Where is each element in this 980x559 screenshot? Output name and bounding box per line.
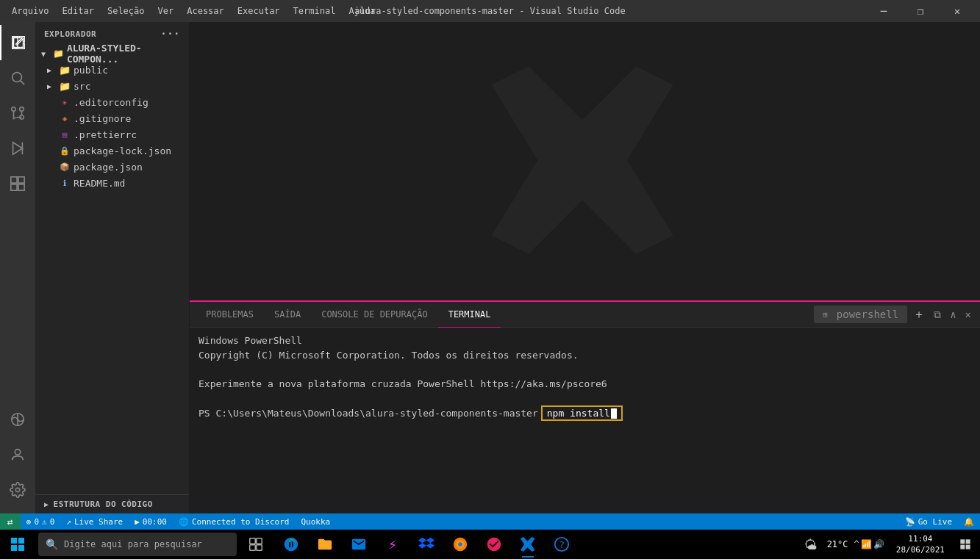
golive-label: Go Live bbox=[918, 517, 952, 527]
status-quokka[interactable]: Quokka bbox=[295, 513, 336, 530]
activity-settings[interactable] bbox=[0, 472, 35, 508]
error-count: 0 bbox=[34, 517, 39, 527]
svg-point-5 bbox=[20, 107, 24, 112]
tab-terminal[interactable]: TERMINAL bbox=[438, 302, 501, 328]
terminal-content[interactable]: Windows PowerShell Copyright (C) Microso… bbox=[190, 328, 980, 513]
svg-line-2 bbox=[21, 81, 24, 84]
start-button[interactable] bbox=[0, 530, 35, 559]
svg-point-1 bbox=[12, 73, 22, 82]
status-golive[interactable]: 📡 Go Live bbox=[899, 513, 958, 530]
activity-source-control[interactable] bbox=[0, 95, 35, 131]
volume-icon[interactable]: 🔊 bbox=[873, 539, 884, 549]
activity-remote[interactable] bbox=[0, 402, 35, 437]
activity-extensions[interactable] bbox=[0, 166, 35, 201]
tree-item-label: .prettierrc bbox=[74, 129, 137, 140]
run-timer: 00:00 bbox=[143, 517, 167, 527]
error-icon: ⊗ bbox=[26, 517, 32, 527]
sidebar-more-icon[interactable]: ··· bbox=[160, 28, 180, 40]
taskbar-explorer[interactable] bbox=[309, 530, 341, 559]
editor-area bbox=[190, 22, 980, 300]
menu-ver[interactable]: Ver bbox=[152, 3, 180, 19]
status-run-timer[interactable]: ▶ 00:00 bbox=[129, 513, 173, 530]
folder-arrow-icon: ▼ bbox=[41, 50, 52, 58]
code-structure-label: ESTRUTURA DO CÓDIGO bbox=[54, 500, 153, 509]
tree-item-prettierrc[interactable]: ▶ ▤ .prettierrc bbox=[35, 126, 189, 143]
svg-rect-24 bbox=[257, 545, 262, 551]
sidebar-title: Explorador bbox=[44, 29, 96, 39]
split-terminal-button[interactable]: ⧉ bbox=[931, 307, 944, 322]
taskbar-mail[interactable] bbox=[343, 530, 375, 559]
status-bell[interactable]: 🔔 bbox=[958, 513, 980, 530]
bottom-panel: PROBLEMAS SAÍDA CONSOLE DE DEPURAÇÃO TER… bbox=[190, 300, 980, 513]
menu-arquivo[interactable]: Arquivo bbox=[6, 3, 55, 19]
tab-problemas[interactable]: PROBLEMAS bbox=[196, 302, 264, 328]
quokka-label: Quokka bbox=[301, 517, 330, 527]
liveshare-icon: ↗ bbox=[66, 517, 71, 527]
clock-date: 28/06/2021 bbox=[896, 544, 945, 555]
notification-button[interactable] bbox=[954, 530, 977, 559]
menu-editar[interactable]: Editar bbox=[57, 3, 100, 19]
systray-icons: ^ 📶 🔊 bbox=[854, 539, 884, 549]
tree-root-folder[interactable]: ▼ 📁 ALURA-STYLED-COMPON... bbox=[35, 46, 189, 62]
clock[interactable]: 11:04 28/06/2021 bbox=[890, 533, 951, 556]
taskbar-vscode[interactable] bbox=[512, 530, 544, 559]
tree-item-package-json[interactable]: ▶ 📦 package.json bbox=[35, 159, 189, 175]
activity-run[interactable] bbox=[0, 131, 35, 166]
menu-selecao[interactable]: Seleção bbox=[101, 3, 151, 19]
close-panel-button[interactable]: ✕ bbox=[962, 307, 974, 322]
tab-console-depuracao[interactable]: CONSOLE DE DEPURAÇÃO bbox=[311, 302, 438, 328]
prompt-prefix: PS C:\Users\Mateus\Downloads\alura-style… bbox=[198, 408, 538, 419]
no-arrow: ▶ bbox=[47, 163, 59, 171]
search-icon: 🔍 bbox=[46, 538, 58, 550]
tree-item-readme[interactable]: ▶ ℹ README.md bbox=[35, 175, 189, 191]
tree-item-gitignore[interactable]: ▶ ◈ .gitignore bbox=[35, 110, 189, 126]
taskbar-help[interactable]: ? bbox=[546, 530, 578, 559]
weather-icon[interactable]: 🌤 bbox=[798, 530, 824, 559]
terminal-prompt: PS C:\Users\Mateus\Downloads\alura-style… bbox=[198, 405, 971, 422]
menu-acessar[interactable]: Acessar bbox=[181, 3, 230, 19]
tree-item-src[interactable]: ▶ 📁 src bbox=[35, 78, 189, 94]
tree-item-editorconfig[interactable]: ▶ ✳ .editorconfig bbox=[35, 94, 189, 110]
folder-icon: 📁 bbox=[52, 48, 63, 59]
network-icon[interactable]: 📶 bbox=[861, 539, 872, 549]
taskbar-paint[interactable] bbox=[478, 530, 510, 559]
maximize-button[interactable]: ❐ bbox=[904, 0, 937, 22]
close-button[interactable]: ✕ bbox=[940, 0, 974, 22]
menu-executar[interactable]: Executar bbox=[232, 3, 286, 19]
svg-point-16 bbox=[15, 488, 20, 492]
status-remote-item[interactable]: ⇄ bbox=[0, 513, 21, 530]
svg-rect-18 bbox=[18, 538, 24, 544]
svg-rect-17 bbox=[11, 538, 17, 544]
status-bar-right: 📡 Go Live 🔔 bbox=[899, 513, 980, 530]
code-structure-section[interactable]: ▶ ESTRUTURA DO CÓDIGO bbox=[35, 494, 189, 513]
taskbar-search[interactable]: 🔍 Digite aqui para pesquisar bbox=[38, 533, 237, 556]
terminal-line-1: Windows PowerShell bbox=[198, 333, 971, 348]
warning-count: 0 bbox=[50, 517, 55, 527]
tree-item-public[interactable]: ▶ 📁 public bbox=[35, 62, 189, 78]
status-errors[interactable]: ⊗ 0 ⚠ 0 bbox=[21, 513, 61, 530]
menu-terminal[interactable]: Terminal bbox=[287, 3, 342, 19]
taskbar-edge[interactable] bbox=[275, 530, 307, 559]
add-terminal-button[interactable]: ＋ bbox=[910, 306, 928, 324]
vscode-statusbar: ⇄ ⊗ 0 ⚠ 0 ↗ Live Share ▶ 00:00 🌐 Connect… bbox=[0, 513, 980, 530]
taskbar-stylus[interactable]: ⚡ bbox=[376, 530, 409, 559]
maximize-panel-button[interactable]: ∧ bbox=[947, 307, 959, 322]
task-view-button[interactable] bbox=[240, 530, 272, 559]
terminal-line-5 bbox=[198, 391, 971, 405]
activity-explorer[interactable] bbox=[0, 25, 35, 60]
minimize-button[interactable]: ─ bbox=[867, 0, 901, 22]
chevron-icon[interactable]: ^ bbox=[854, 539, 859, 549]
clock-time: 11:04 bbox=[896, 533, 945, 544]
svg-rect-34 bbox=[966, 545, 970, 549]
no-arrow: ▶ bbox=[47, 131, 59, 139]
taskbar-browser2[interactable] bbox=[444, 530, 476, 559]
status-discord[interactable]: 🌐 Connected to Discord bbox=[173, 513, 295, 530]
tab-saida[interactable]: SAÍDA bbox=[264, 302, 311, 328]
taskbar-dropbox[interactable] bbox=[410, 530, 443, 559]
activity-search[interactable] bbox=[0, 60, 35, 95]
svg-text:?: ? bbox=[559, 539, 565, 550]
tree-item-package-lock[interactable]: ▶ 🔒 package-lock.json bbox=[35, 143, 189, 159]
status-liveshare[interactable]: ↗ Live Share bbox=[60, 513, 129, 530]
discord-label: Connected to Discord bbox=[192, 517, 289, 527]
activity-account[interactable] bbox=[0, 437, 35, 472]
